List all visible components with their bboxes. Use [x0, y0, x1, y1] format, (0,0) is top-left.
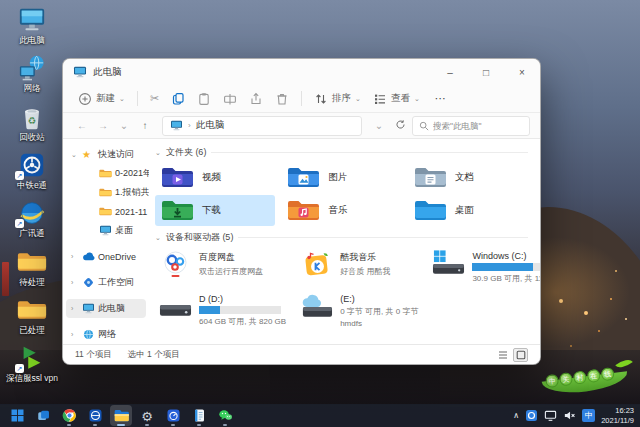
sidebar-item-folder[interactable]: 1.报销共享	[66, 183, 146, 202]
volume-muted-icon[interactable]	[563, 409, 576, 422]
task-view-taskbar-button[interactable]	[32, 405, 54, 426]
rename-button[interactable]	[218, 88, 242, 110]
downloads-icon	[161, 198, 194, 223]
drive-icon	[159, 293, 192, 321]
browser-blue-taskbar-button[interactable]	[84, 405, 106, 426]
selection-count: 选中 1 个项目	[128, 349, 180, 361]
pc-icon	[82, 303, 95, 314]
monitor-icon	[99, 225, 112, 236]
minimize-button[interactable]: –	[432, 59, 468, 85]
large-icons-view-button[interactable]	[513, 348, 528, 362]
sidebar-item-star[interactable]: ⌄ ★ 快速访问	[66, 145, 146, 164]
folder-tile-downloads[interactable]: 下载	[155, 195, 275, 226]
close-button[interactable]: ×	[504, 59, 540, 85]
videos-icon	[161, 165, 194, 190]
expand-chevron-icon[interactable]: ›	[71, 253, 79, 260]
expand-chevron-icon[interactable]: ›	[71, 305, 79, 312]
up-button[interactable]: ↑	[136, 120, 154, 131]
drive-c-icon	[432, 250, 465, 278]
watermark-char: 关	[559, 372, 573, 386]
explorer-taskbar-button[interactable]	[110, 405, 132, 426]
drive-tile[interactable]: D (D:) 604 GB 可用, 共 820 GB	[155, 291, 290, 330]
app-gauge-taskbar-button[interactable]	[162, 405, 184, 426]
search-box[interactable]	[412, 116, 530, 136]
start-taskbar-button[interactable]	[6, 405, 28, 426]
breadcrumb[interactable]: 此电脑	[196, 119, 225, 132]
refresh-button[interactable]	[391, 119, 409, 132]
delete-button[interactable]	[270, 88, 294, 110]
sidebar-item-net[interactable]: › 网络	[66, 325, 146, 344]
network-icon[interactable]	[544, 409, 557, 422]
drive-tile[interactable]: (E:) 0 字节 可用, 共 0 字节 hmdfs	[296, 291, 422, 330]
plus-circle-icon	[78, 92, 92, 106]
share-icon	[249, 92, 263, 106]
network-icon: ↗	[17, 54, 47, 82]
sidebar-item-cloud[interactable]: › OneDrive	[66, 247, 146, 266]
navigation-bar: ← → ⌄ ↑ › 此电脑 ⌄	[63, 113, 540, 139]
sidebar-item-monitor[interactable]: 桌面	[66, 221, 146, 240]
music-icon	[287, 198, 320, 223]
address-dropdown-button[interactable]: ⌄	[370, 120, 388, 131]
folder-tile-music[interactable]: 音乐	[281, 195, 401, 226]
notes-taskbar-button[interactable]	[188, 405, 210, 426]
section-header-drives[interactable]: ⌄ 设备和驱动器 (5)	[155, 229, 528, 246]
desktop-icon-app-wheel[interactable]: ↗ 中铁e通	[4, 151, 60, 190]
desktop-icon-this-pc[interactable]: ↗ 此电脑	[4, 6, 60, 45]
cut-button[interactable]: ✂	[145, 88, 164, 110]
back-button[interactable]: ←	[73, 120, 91, 131]
drive-tile[interactable]: 酷我音乐 好音质 用酷我	[296, 248, 422, 286]
sidebar-item-folder[interactable]: 2021-11	[66, 202, 146, 221]
folder-icon	[99, 168, 112, 179]
drive-tile[interactable]: Windows (C:) 30.9 GB 可用, 共 119 GB	[428, 248, 540, 286]
desktop-icon-app-vpn[interactable]: ↗ 深信服ssl vpn	[4, 344, 60, 383]
new-button[interactable]: 新建 ⌄	[73, 88, 130, 110]
chevron-down-icon: ⌄	[155, 234, 161, 242]
folder-tile-pictures[interactable]: 图片	[281, 162, 401, 193]
forward-button[interactable]: →	[94, 120, 112, 131]
more-button[interactable]: ⋯	[427, 92, 454, 105]
recent-locations-button[interactable]: ⌄	[115, 120, 133, 131]
wechat-icon	[218, 408, 233, 423]
folder-tile-desktop[interactable]: 桌面	[408, 195, 528, 226]
sidebar-item-folder[interactable]: 0-2021年度	[66, 164, 146, 183]
sort-button[interactable]: 排序 ⌄	[309, 88, 366, 110]
settings-taskbar-button[interactable]: ⚙	[136, 405, 158, 426]
title-bar[interactable]: 此电脑 – □ ×	[63, 59, 540, 85]
copy-button[interactable]	[166, 88, 190, 110]
address-bar[interactable]: › 此电脑	[162, 116, 362, 136]
this-pc-icon	[170, 120, 183, 131]
expand-chevron-icon[interactable]: ⌄	[71, 151, 79, 159]
expand-chevron-icon[interactable]: ›	[71, 331, 79, 338]
folder-tile-documents[interactable]: 文档	[408, 162, 528, 193]
refresh-icon	[395, 119, 406, 130]
details-view-button[interactable]	[495, 348, 510, 362]
hidden-icons-button[interactable]: ∧	[513, 411, 519, 420]
divider	[301, 91, 302, 106]
desktop-icon-recycle-bin[interactable]: ♻ ↗ 回收站	[4, 103, 60, 142]
folder-icon	[99, 187, 112, 198]
sidebar-item-workspace[interactable]: › 工作空间	[66, 273, 146, 292]
view-button[interactable]: 查看 ⌄	[368, 88, 425, 110]
folder-tile-videos[interactable]: 视频	[155, 162, 275, 193]
expand-chevron-icon[interactable]: ›	[71, 279, 79, 286]
section-header-folders[interactable]: ⌄ 文件夹 (6)	[155, 144, 528, 161]
desktop-icon-folder[interactable]: ↗ 已处理	[4, 296, 60, 335]
ime-indicator[interactable]: 中	[582, 409, 595, 422]
clock[interactable]: 16:23 2021/11/9	[601, 406, 634, 425]
paste-button[interactable]	[192, 88, 216, 110]
baidu-icon	[159, 250, 192, 278]
chrome-taskbar-button[interactable]	[58, 405, 80, 426]
search-input[interactable]	[433, 121, 523, 131]
recycle-bin-icon: ♻ ↗	[17, 103, 47, 131]
chrome-icon	[62, 408, 77, 423]
drive-tile[interactable]: 百度网盘 双击运行百度网盘	[155, 248, 290, 286]
desktop-icon-folder[interactable]: ↗ 待处理	[4, 248, 60, 287]
desktop-icon-app-globe[interactable]: ↗ 广讯通	[4, 199, 60, 238]
wechat-taskbar-button[interactable]	[214, 405, 236, 426]
share-button[interactable]	[244, 88, 268, 110]
sidebar-item-pc[interactable]: › 此电脑	[66, 299, 146, 318]
desktop-icon-network[interactable]: ↗ 网络	[4, 54, 60, 93]
tray-app-icon[interactable]	[525, 409, 538, 422]
maximize-button[interactable]: □	[468, 59, 504, 85]
command-bar: 新建 ⌄ ✂ 排序 ⌄	[63, 85, 540, 113]
